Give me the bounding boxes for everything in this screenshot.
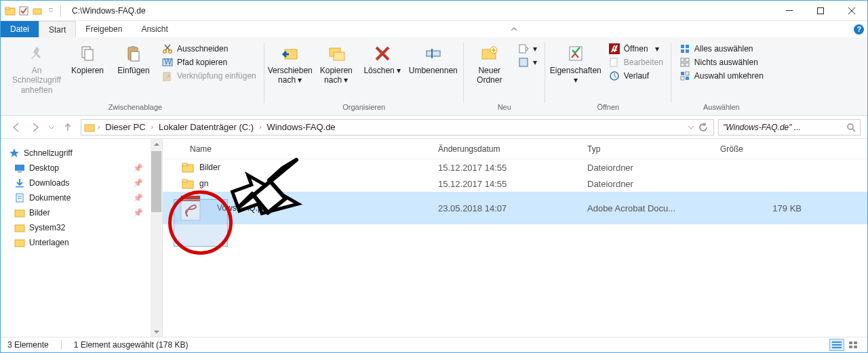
file-type: Dateiordner (580, 179, 713, 189)
col-date[interactable]: Änderungsdatum (431, 144, 580, 154)
window-title: C:\Windows-FAQ.de (66, 6, 146, 16)
quickaccess-header[interactable]: Schnellzugriff (7, 146, 162, 161)
svg-rect-61 (832, 347, 842, 348)
svg-rect-46 (16, 186, 24, 188)
invert-selection-button[interactable]: Auswahl umkehren (678, 70, 765, 82)
nav-system32[interactable]: System32 (7, 220, 162, 235)
chevron-right-icon[interactable]: › (258, 123, 262, 131)
chevron-right-icon[interactable]: › (96, 123, 101, 131)
paste-shortcut-button[interactable]: Verknüpfung einfügen (161, 70, 258, 82)
select-none-button[interactable]: Nichts auswählen (678, 56, 765, 68)
adobe-icon (609, 43, 620, 54)
svg-rect-41 (686, 77, 689, 80)
new-folder-button[interactable]: Neuer Ordner (468, 41, 511, 87)
pin-icon: 📌 (133, 208, 143, 217)
nav-downloads[interactable]: Downloads📌 (7, 175, 162, 190)
copy-path-button[interactable]: WPfad kopieren (161, 56, 258, 68)
scrollbar-thumb[interactable] (151, 151, 161, 212)
svg-rect-45 (18, 171, 22, 173)
path-icon: W (162, 57, 173, 68)
select-all-button[interactable]: Alles auswählen (678, 43, 765, 55)
help-button[interactable]: ? (851, 21, 867, 37)
address-dropdown-icon[interactable] (688, 123, 694, 132)
paste-button[interactable]: Einfügen (112, 41, 155, 77)
new-item-button[interactable]: ▾ (517, 43, 538, 55)
svg-rect-62 (849, 341, 852, 344)
copyto-icon (326, 43, 347, 64)
file-name: Bilder (199, 163, 220, 172)
forward-button[interactable] (29, 121, 41, 133)
breadcrumb-item[interactable]: Windows-FAQ.de (264, 122, 338, 132)
group-clipboard: An Schnellzugriff anheften Kopieren Einf… (6, 40, 264, 115)
svg-rect-24 (519, 45, 526, 53)
svg-rect-32 (681, 49, 684, 53)
folder-icon (5, 5, 16, 16)
file-row[interactable]: Vows-FAQ.pdf23.05.2018 14:07Adobe Acroba… (163, 192, 867, 224)
svg-rect-51 (15, 225, 24, 232)
rename-button[interactable]: Umbenennen (407, 41, 460, 77)
up-button[interactable] (62, 121, 74, 133)
search-placeholder: "Windows-FAQ.de" ... (723, 123, 801, 132)
svg-rect-3 (33, 9, 41, 14)
nav-desktop[interactable]: Desktop📌 (7, 161, 162, 175)
qat-dropdown-icon[interactable] (45, 5, 56, 16)
svg-rect-25 (519, 58, 528, 66)
easy-access-button[interactable]: ▾ (517, 56, 538, 68)
svg-rect-20 (427, 51, 440, 56)
svg-rect-30 (681, 45, 684, 48)
svg-rect-33 (686, 49, 689, 53)
col-name[interactable]: Name (163, 144, 431, 154)
svg-rect-38 (681, 72, 684, 75)
breadcrumb-item[interactable]: Dieser PC (102, 122, 148, 132)
checkbox-icon[interactable] (18, 5, 29, 16)
file-date: 23.05.2018 14:07 (431, 203, 580, 213)
nav-unterlagen[interactable]: Unterlagen (7, 235, 162, 250)
col-size[interactable]: Größe (713, 144, 808, 154)
svg-rect-6 (818, 7, 824, 14)
move-to-button[interactable]: Verschieben nach ▾ (269, 41, 312, 87)
copy-button[interactable]: Kopieren (66, 41, 109, 77)
tab-view[interactable]: Ansicht (132, 21, 177, 37)
selinvert-icon (679, 70, 690, 81)
file-row[interactable]: Bilder15.12.2017 14:55Dateiordner (163, 159, 867, 175)
open-button[interactable]: Öffnen▾ (608, 43, 665, 55)
search-input[interactable]: "Windows-FAQ.de" ... (718, 119, 861, 136)
properties-button[interactable]: Eigenschaften ▾ (549, 41, 602, 87)
pin-quickaccess-button[interactable]: An Schnellzugriff anheften (10, 41, 63, 96)
folder-icon (14, 207, 25, 218)
nav-scrollbar[interactable] (151, 139, 162, 337)
back-button[interactable] (10, 121, 22, 133)
nav-documents[interactable]: Dokumente📌 (7, 190, 162, 205)
minimize-button[interactable] (774, 1, 805, 21)
address-bar[interactable]: › Dieser PC › Lokaler Datenträger (C:) ›… (81, 119, 714, 136)
tab-start[interactable]: Start (39, 21, 76, 37)
recent-dropdown[interactable] (48, 121, 55, 133)
folder-small-icon[interactable] (32, 5, 43, 16)
file-row[interactable]: gn15.12.2017 14:55Dateiordner (163, 175, 867, 192)
maximize-button[interactable] (805, 1, 836, 21)
tab-file[interactable]: Datei (1, 21, 39, 37)
nav-pictures[interactable]: Bilder📌 (7, 205, 162, 220)
close-button[interactable] (836, 1, 867, 21)
newfolder-icon (479, 43, 500, 64)
history-button[interactable]: Verlauf (608, 70, 665, 82)
icons-view-button[interactable] (846, 339, 861, 351)
group-select: Alles auswählen Nichts auswählen Auswahl… (671, 40, 772, 115)
file-size: 179 KB (713, 203, 808, 213)
shortcut-icon (162, 70, 173, 81)
cut-button[interactable]: Ausschneiden (161, 43, 258, 55)
history-icon (609, 70, 620, 81)
details-view-button[interactable] (829, 339, 844, 351)
chevron-right-icon[interactable]: › (150, 123, 155, 131)
ribbon-collapse-icon[interactable] (507, 21, 521, 37)
svg-rect-64 (849, 346, 852, 348)
breadcrumb-item[interactable]: Lokaler Datenträger (C:) (156, 122, 256, 132)
group-label-open: Öffnen (597, 102, 619, 114)
tab-share[interactable]: Freigeben (76, 21, 132, 37)
delete-button[interactable]: Löschen ▾ (361, 41, 404, 77)
edit-button[interactable]: Bearbeiten (608, 56, 665, 68)
refresh-button[interactable] (698, 123, 708, 132)
svg-rect-4 (49, 8, 53, 9)
col-type[interactable]: Typ (580, 144, 713, 154)
copy-to-button[interactable]: Kopieren nach ▾ (315, 41, 358, 87)
